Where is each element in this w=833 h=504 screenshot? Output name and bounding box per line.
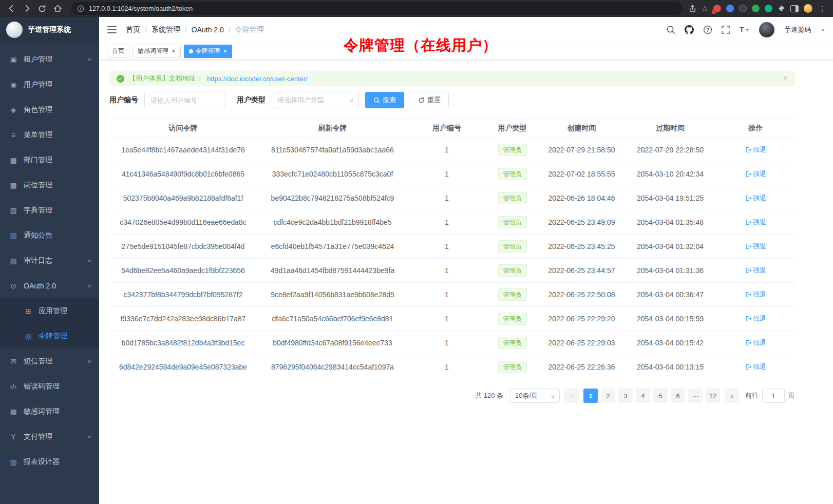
- sidebar-menu: ▣ 租户管理∨ ◉ 用户管理 ◈ 角色管理 ≡ 菜单管理 ▦ 部门管理 ▤ 岗位…: [0, 43, 99, 504]
- breadcrumb-item[interactable]: OAuth 2.0: [192, 26, 224, 34]
- sidebar-item-notice[interactable]: ▥ 通知公告: [0, 223, 99, 248]
- sidebar-item-sensitive-word[interactable]: ▩ 敏感词管理: [0, 399, 99, 424]
- sidebar-item-label: 角色管理: [24, 105, 52, 114]
- side-panel-icon[interactable]: [790, 5, 799, 12]
- extension-icon[interactable]: [765, 5, 772, 12]
- sidebar-item-error-code[interactable]: ‹/› 错误码管理: [0, 374, 99, 399]
- sidebar-item-user[interactable]: ◉ 用户管理: [0, 72, 99, 97]
- sidebar-item-tenant[interactable]: ▣ 租户管理∨: [0, 47, 99, 72]
- sidebar-item-label: 短信管理: [24, 357, 52, 366]
- create-time-cell: 2022-07-29 21:58:50: [539, 138, 624, 162]
- browser-profile-avatar[interactable]: [804, 4, 812, 13]
- share-icon[interactable]: [689, 5, 696, 12]
- sidebar-item-payment[interactable]: ¥ 支付管理∨: [0, 424, 99, 449]
- user-type-cell: 管理员: [485, 138, 539, 162]
- next-page-button[interactable]: ›: [725, 389, 739, 403]
- sidebar-toggle-icon[interactable]: [107, 26, 117, 33]
- search-icon[interactable]: [666, 25, 675, 34]
- font-size-icon[interactable]: TT: [739, 25, 750, 34]
- sidebar-item-role[interactable]: ◈ 角色管理: [0, 97, 99, 122]
- force-logout-button[interactable]: 强退: [745, 145, 766, 154]
- sidebar-item-oauth2[interactable]: ⊙ OAuth 2.0∧: [0, 273, 99, 298]
- user-type-select[interactable]: 请选择用户类型 ∨: [272, 92, 359, 108]
- extension-icon[interactable]: [726, 5, 734, 12]
- user-type-tag: 管理员: [498, 288, 527, 301]
- page-button[interactable]: 12: [706, 389, 720, 403]
- close-icon[interactable]: ×: [172, 48, 176, 54]
- sidebar-item-menu[interactable]: ≡ 菜单管理: [0, 122, 99, 147]
- fullscreen-icon[interactable]: [721, 25, 730, 34]
- breadcrumb-item[interactable]: 系统管理: [152, 25, 180, 34]
- expire-time-cell: 2054-03-10 20:42:34: [624, 162, 716, 186]
- tab-home[interactable]: 首页: [107, 45, 129, 58]
- logout-icon: [745, 340, 751, 346]
- search-button[interactable]: 搜索: [365, 92, 404, 108]
- doc-link[interactable]: https://doc.iocoder.cn/user-center/: [207, 75, 308, 83]
- app-logo[interactable]: 芋道管理系统: [0, 17, 99, 43]
- address-bar[interactable]: 127.0.0.1:1024/system/oauth2/token: [71, 2, 683, 15]
- goto-page: 前往 页: [745, 389, 795, 403]
- sidebar-item-report-designer[interactable]: ▥ 报表设计器: [0, 449, 99, 474]
- access-token-cell: c347026e805e4d99b0d116eae66eda8c: [109, 210, 257, 235]
- refresh-token-cell: cdfc4ce9c2da4bb1bdf21b9918ff4be5: [257, 210, 408, 235]
- browser-home-icon[interactable]: [50, 2, 65, 16]
- tab-sensitive-word[interactable]: 敏感词管理×: [132, 45, 181, 58]
- sidebar-item-dept[interactable]: ▦ 部门管理: [0, 147, 99, 172]
- page-ellipsis-button[interactable]: ···: [688, 389, 703, 403]
- page-button[interactable]: 6: [671, 389, 685, 403]
- sidebar-item-token-manage[interactable]: ◎ 令牌管理: [0, 323, 99, 348]
- force-logout-button[interactable]: 强退: [745, 314, 766, 323]
- sidebar-item-sms[interactable]: ✉ 短信管理∨: [0, 348, 99, 374]
- user-avatar[interactable]: [759, 22, 774, 37]
- force-logout-button[interactable]: 强退: [745, 290, 766, 299]
- sidebar-item-label: 支付管理: [24, 432, 52, 441]
- extension-icon[interactable]: [752, 5, 760, 12]
- page-size-select[interactable]: 10条/页 ∨: [510, 389, 560, 403]
- refresh-token-cell: b0df4980ffd34c67a08f9156e4eee733: [257, 331, 408, 355]
- breadcrumb-separator: /: [229, 26, 231, 34]
- force-logout-button[interactable]: 强退: [745, 362, 766, 372]
- browser-reload-icon[interactable]: [35, 2, 49, 16]
- puzzle-extensions-icon[interactable]: [778, 5, 785, 12]
- close-icon[interactable]: ×: [783, 74, 788, 83]
- close-icon[interactable]: ×: [223, 48, 228, 54]
- tab-token-manage[interactable]: 令牌管理×: [184, 45, 233, 58]
- chevron-down-icon: ∨: [87, 359, 92, 364]
- force-logout-button[interactable]: 强退: [745, 338, 766, 347]
- breadcrumb-item[interactable]: 首页: [126, 25, 140, 34]
- user-type-placeholder: 请选择用户类型: [277, 95, 324, 105]
- prev-page-button[interactable]: ‹: [564, 389, 579, 403]
- force-logout-button[interactable]: 强退: [745, 169, 766, 179]
- page-button[interactable]: 4: [636, 389, 650, 403]
- user-id-input[interactable]: [144, 92, 225, 108]
- site-info-icon[interactable]: [77, 5, 84, 12]
- sidebar-item-audit-log[interactable]: ▨ 审计日志∨: [0, 248, 99, 273]
- page-button[interactable]: 2: [601, 389, 615, 403]
- extension-icon[interactable]: [713, 5, 721, 12]
- page-button[interactable]: 3: [618, 389, 633, 403]
- reset-button[interactable]: 重置: [410, 92, 449, 108]
- force-logout-button[interactable]: 强退: [745, 193, 766, 203]
- sidebar-item-app-manage[interactable]: ⊞ 应用管理: [0, 298, 99, 323]
- sidebar-item-post[interactable]: ▤ 岗位管理: [0, 172, 99, 198]
- browser-menu-kebab-icon[interactable]: ⋮: [818, 5, 827, 13]
- goto-unit: 页: [788, 391, 795, 400]
- browser-back-icon[interactable]: [4, 2, 18, 16]
- page-button[interactable]: 1: [583, 389, 598, 403]
- extension-icon[interactable]: [739, 5, 747, 12]
- sidebar-item-label: 用户管理: [24, 80, 52, 89]
- force-logout-button[interactable]: 强退: [745, 242, 766, 251]
- browser-forward-icon[interactable]: [20, 2, 34, 16]
- user-type-tag: 管理员: [498, 168, 527, 180]
- table-row: 275e5de9151045fe87cbdc395e004f4d e6cfd40…: [109, 235, 795, 259]
- goto-page-input[interactable]: [762, 389, 785, 403]
- force-logout-button[interactable]: 强退: [745, 266, 766, 275]
- sidebar-item-dict[interactable]: ▧ 字典管理: [0, 198, 99, 223]
- user-type-tag: 管理员: [498, 192, 527, 204]
- bookmark-star-icon[interactable]: ☆: [702, 4, 708, 13]
- github-icon[interactable]: [684, 25, 694, 35]
- page-button[interactable]: 5: [653, 389, 668, 403]
- force-logout-button[interactable]: 强退: [745, 218, 766, 227]
- help-icon[interactable]: ?: [703, 25, 712, 34]
- username[interactable]: 芋道源码: [784, 25, 811, 34]
